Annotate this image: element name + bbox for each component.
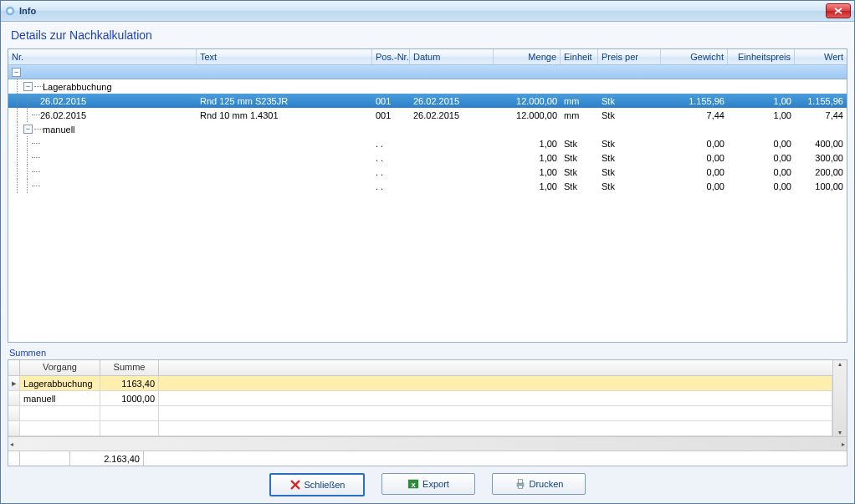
- col-einheit[interactable]: Einheit: [561, 49, 598, 64]
- table-row[interactable]: . . 1,00 Stk Stk 0,00 0,00 300,00: [8, 150, 847, 165]
- cell-pos: 001: [372, 96, 410, 106]
- export-button[interactable]: X Export: [381, 473, 475, 495]
- cell-datum: 26.02.2015: [410, 110, 494, 120]
- cell-einheit: Stk: [561, 139, 598, 149]
- cell-text: Rnd 125 mm S235JR: [197, 96, 372, 106]
- cell-pos: . .: [372, 139, 410, 149]
- grid-header-row: Nr. Text Pos.-Nr. Datum Menge Einheit Pr…: [8, 49, 847, 65]
- summen-vorgang: manuell: [20, 391, 100, 405]
- col-gewicht[interactable]: Gewicht: [661, 49, 728, 64]
- row-indicator-icon: [8, 391, 20, 405]
- cell-menge: 1,00: [494, 153, 561, 163]
- scroll-right-icon[interactable]: ▸: [842, 440, 845, 448]
- tree-collapse-icon[interactable]: −: [23, 125, 33, 134]
- cell-gewicht: 0,00: [661, 139, 728, 149]
- col-wert[interactable]: Wert: [795, 49, 847, 64]
- cell-einheit: mm: [561, 96, 598, 106]
- cell-preisper: Stk: [598, 153, 661, 163]
- export-button-label: Export: [422, 479, 449, 489]
- content-area: Details zur Nachkalkulation Nr. Text Pos…: [1, 22, 854, 503]
- cell-nr: 26.02.2015: [40, 96, 86, 106]
- tree-collapse-icon[interactable]: −: [23, 82, 33, 91]
- col-ep[interactable]: Einheitspreis: [728, 49, 795, 64]
- summen-total-row: 2.163,40: [8, 451, 847, 466]
- summen-col-vorgang[interactable]: Vorgang: [20, 360, 100, 375]
- scroll-down-icon[interactable]: ▾: [838, 429, 842, 436]
- table-row[interactable]: . . 1,00 Stk Stk 0,00 0,00 200,00: [8, 165, 847, 179]
- cell-wert: 7,44: [795, 110, 847, 120]
- close-button[interactable]: Schließen: [269, 473, 365, 496]
- cell-ep: 1,00: [728, 110, 795, 120]
- summen-row[interactable]: manuell 1000,00: [8, 391, 832, 406]
- scroll-left-icon[interactable]: ◂: [10, 440, 13, 448]
- cell-wert: 400,00: [795, 139, 847, 149]
- cell-datum: 26.02.2015: [410, 96, 494, 106]
- cell-gewicht: 1.155,96: [661, 96, 728, 106]
- svg-rect-5: [518, 480, 522, 483]
- scroll-up-icon[interactable]: ▴: [838, 360, 842, 368]
- cell-menge: 12.000,00: [494, 96, 561, 106]
- tree-group-row[interactable]: − manuell: [8, 122, 847, 136]
- cell-einheit: Stk: [561, 167, 598, 177]
- cell-ep: 0,00: [728, 139, 795, 149]
- summen-col-summe[interactable]: Summe: [100, 360, 159, 375]
- cell-menge: 1,00: [494, 167, 561, 177]
- close-icon: [834, 8, 842, 14]
- summen-header: Vorgang Summe: [8, 360, 832, 376]
- cell-ep: 1,00: [728, 96, 795, 106]
- cell-einheit: Stk: [561, 181, 598, 191]
- cell-preisper: Stk: [598, 181, 661, 191]
- table-row[interactable]: 26.02.2015 Rnd 125 mm S235JR 001 26.02.2…: [8, 94, 847, 108]
- col-datum[interactable]: Datum: [410, 49, 494, 64]
- grid-body[interactable]: − Lagerabbuchung 26.02.2015 Rnd 125 mm S…: [8, 79, 847, 342]
- cell-wert: 100,00: [795, 181, 847, 191]
- col-menge[interactable]: Menge: [494, 49, 561, 64]
- group-label: Lagerabbuchung: [43, 82, 112, 92]
- summen-scroll-horizontal[interactable]: ◂▸: [8, 436, 847, 451]
- printer-icon: [515, 478, 526, 490]
- cell-ep: 0,00: [728, 167, 795, 177]
- excel-icon: X: [407, 478, 419, 490]
- cell-preisper: Stk: [598, 139, 661, 149]
- cell-gewicht: 0,00: [661, 181, 728, 191]
- col-pos[interactable]: Pos.-Nr.: [372, 49, 410, 64]
- summen-body[interactable]: ▸ Lagerabbuchung 1163,40 manuell 1000,00: [8, 376, 832, 436]
- cell-preisper: Stk: [598, 167, 661, 177]
- table-row[interactable]: . . 1,00 Stk Stk 0,00 0,00 400,00: [8, 136, 847, 150]
- tree-group-row[interactable]: − Lagerabbuchung: [8, 79, 847, 94]
- cell-text: Rnd 10 mm 1.4301: [197, 110, 372, 120]
- svg-text:X: X: [411, 481, 416, 489]
- svg-point-1: [8, 8, 12, 13]
- cell-pos: . .: [372, 167, 410, 177]
- cell-preisper: Stk: [598, 96, 661, 106]
- summen-row[interactable]: ▸ Lagerabbuchung 1163,40: [8, 376, 832, 391]
- summen-scroll-vertical[interactable]: ▴▾: [832, 360, 847, 436]
- summen-row-empty: [8, 406, 832, 421]
- cell-wert: 1.155,96: [795, 96, 847, 106]
- window-close-button[interactable]: [826, 3, 851, 18]
- info-window: Info Details zur Nachkalkulation Nr. Tex…: [0, 0, 855, 504]
- cell-menge: 12.000,00: [494, 110, 561, 120]
- table-row[interactable]: . . 1,00 Stk Stk 0,00 0,00 100,00: [8, 179, 847, 193]
- table-row[interactable]: 26.02.2015 Rnd 10 mm 1.4301 001 26.02.20…: [8, 108, 847, 122]
- summen-summe: 1163,40: [100, 376, 159, 390]
- cell-gewicht: 0,00: [661, 167, 728, 177]
- cell-gewicht: 0,00: [661, 153, 728, 163]
- cell-wert: 200,00: [795, 167, 847, 177]
- grid-root-band[interactable]: −: [8, 65, 847, 79]
- close-button-label: Schließen: [305, 480, 346, 490]
- cell-menge: 1,00: [494, 181, 561, 191]
- summen-total-value: 2.163,40: [104, 454, 140, 464]
- col-preisper[interactable]: Preis per: [598, 49, 661, 64]
- print-button[interactable]: Drucken: [492, 473, 586, 495]
- cell-einheit: mm: [561, 110, 598, 120]
- cell-pos: . .: [372, 153, 410, 163]
- titlebar[interactable]: Info: [1, 1, 854, 22]
- summen-grid: Vorgang Summe ▸ Lagerabbuchung 1163,40 m…: [8, 359, 847, 466]
- col-text[interactable]: Text: [197, 49, 372, 64]
- collapse-all-icon[interactable]: −: [12, 68, 21, 77]
- close-x-icon: [289, 479, 301, 491]
- summen-col-handle: [8, 360, 20, 375]
- col-nr[interactable]: Nr.: [8, 49, 197, 64]
- window-title: Info: [19, 6, 36, 16]
